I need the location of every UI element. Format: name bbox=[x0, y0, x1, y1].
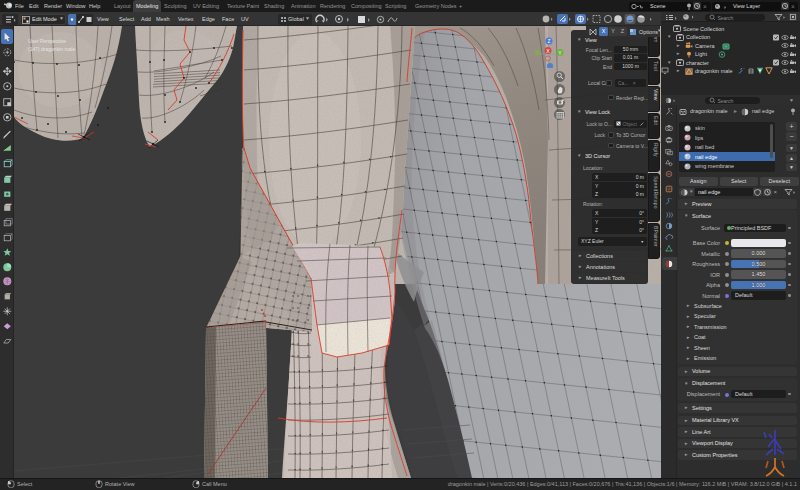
svg-text:Z: Z bbox=[547, 38, 550, 44]
